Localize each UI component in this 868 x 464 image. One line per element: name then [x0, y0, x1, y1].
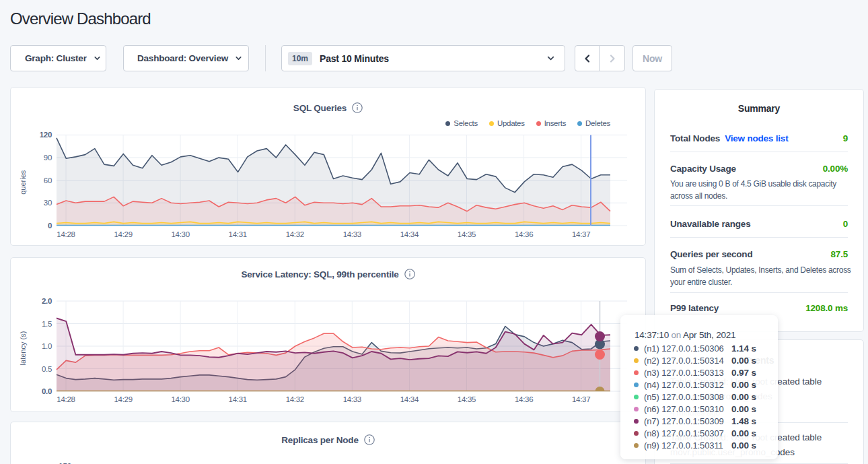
svg-text:14:34: 14:34 — [400, 395, 419, 403]
svg-text:14:35: 14:35 — [458, 395, 476, 403]
svg-text:14:29: 14:29 — [114, 230, 132, 238]
svg-text:queries: queries — [19, 170, 27, 195]
svg-text:30: 30 — [44, 199, 52, 207]
svg-text:14:28: 14:28 — [57, 395, 75, 403]
svg-text:14:32: 14:32 — [286, 395, 304, 403]
svg-text:14:31: 14:31 — [229, 230, 247, 238]
svg-text:14:35: 14:35 — [458, 230, 476, 238]
svg-text:14:36: 14:36 — [515, 395, 533, 403]
svg-text:14:37: 14:37 — [572, 230, 590, 238]
svg-text:14:31: 14:31 — [229, 395, 247, 403]
svg-text:60: 60 — [44, 176, 52, 185]
svg-text:14:28: 14:28 — [57, 230, 75, 238]
svg-text:1.5: 1.5 — [42, 320, 52, 328]
svg-text:14:37: 14:37 — [572, 395, 590, 403]
svg-text:120: 120 — [40, 131, 52, 139]
svg-text:latency (s): latency (s) — [19, 331, 27, 366]
svg-text:0: 0 — [48, 222, 52, 230]
svg-text:0.5: 0.5 — [42, 365, 52, 373]
svg-text:14:32: 14:32 — [286, 230, 304, 238]
svg-text:14:33: 14:33 — [343, 395, 361, 403]
svg-text:14:33: 14:33 — [343, 230, 361, 238]
svg-text:0.0: 0.0 — [42, 387, 52, 395]
svg-text:14:36: 14:36 — [515, 230, 533, 238]
svg-text:14:29: 14:29 — [114, 395, 132, 403]
svg-text:90: 90 — [44, 154, 52, 162]
svg-text:14:30: 14:30 — [171, 395, 189, 403]
svg-text:1.0: 1.0 — [42, 342, 52, 350]
svg-text:14:34: 14:34 — [400, 230, 419, 238]
svg-text:14:30: 14:30 — [171, 230, 189, 238]
svg-text:2.0: 2.0 — [42, 297, 52, 305]
